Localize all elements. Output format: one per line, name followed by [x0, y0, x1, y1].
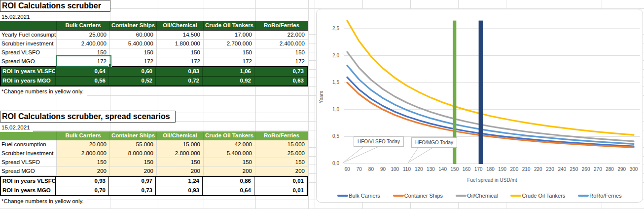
row-label[interactable]: Yearly Fuel consumption: [0, 31, 57, 40]
value-cell[interactable]: 2.400.000: [57, 40, 110, 48]
legend-item[interactable]: Bulk Carriers: [337, 193, 380, 199]
roi-value-cell[interactable]: 0,64: [56, 67, 109, 76]
value-cell[interactable]: 8.000.000: [110, 149, 157, 158]
value-cell[interactable]: 150: [204, 48, 255, 57]
roi-value-cell[interactable]: 0,72: [156, 77, 203, 85]
x-axis-title: Fuel spread in USD/mt: [344, 177, 640, 183]
value-cell[interactable]: 200: [204, 167, 255, 176]
column-header[interactable]: Oil/Chemical: [157, 21, 204, 30]
column-header[interactable]: Crude Oil Tankers: [204, 21, 255, 30]
row-label[interactable]: Scrubber investment: [0, 40, 57, 48]
legend-item[interactable]: Container Ships: [393, 193, 443, 199]
roi-value-cell[interactable]: 0,97: [109, 177, 156, 186]
value-cell[interactable]: 200: [110, 167, 157, 176]
column-header[interactable]: Crude Oil Tankers: [204, 131, 255, 140]
roi-value-cell[interactable]: 0,52: [109, 77, 156, 85]
value-cell[interactable]: 172: [157, 57, 204, 66]
column-header[interactable]: RoRo/Ferries: [255, 21, 308, 30]
value-cell[interactable]: 150: [57, 158, 110, 167]
roi-value-cell[interactable]: 0,56: [56, 77, 109, 85]
row-label[interactable]: Spread MGO: [0, 57, 57, 66]
value-cell[interactable]: 20.000: [57, 140, 110, 149]
value-cell[interactable]: 2.400.000: [255, 40, 308, 48]
legend-item[interactable]: Oil/Chemical: [456, 193, 498, 199]
column-header[interactable]: RoRo/Ferries: [255, 131, 308, 140]
value-cell[interactable]: 200: [57, 167, 110, 176]
roi-value-cell[interactable]: 0,63: [254, 77, 307, 85]
roi-value-cell[interactable]: 0,93: [156, 186, 203, 195]
row-label[interactable]: Spread VLSFO: [0, 158, 57, 167]
value-cell[interactable]: 5.400.000: [110, 40, 157, 48]
y-tick-label: 1,0: [323, 107, 339, 113]
value-cell[interactable]: 200: [255, 167, 308, 176]
row-label[interactable]: Spread MGO: [0, 167, 57, 176]
value-cell[interactable]: 150: [157, 158, 204, 167]
legend-item[interactable]: RoRo/Ferries: [578, 193, 621, 199]
value-cell[interactable]: 55.000: [110, 140, 157, 149]
value-cell[interactable]: 25.000: [255, 149, 308, 158]
roi-value-cell[interactable]: 0,86: [203, 177, 254, 186]
roi-spread-scenarios-table: ROI Calculations scrubber, spread scenar…: [0, 111, 308, 205]
roi-value-cell[interactable]: 0,92: [203, 77, 254, 85]
roi-value-cell[interactable]: 0,01: [254, 186, 307, 195]
table-date-row: 15.02.2021: [0, 123, 308, 131]
row-label[interactable]: Scrubber investment: [0, 149, 57, 158]
roi-row-label[interactable]: ROI in years VLSFO: [1, 177, 56, 186]
column-header[interactable]: Container Ships: [110, 131, 157, 140]
value-cell[interactable]: 150: [255, 48, 308, 57]
selected-cell-outline[interactable]: [56, 55, 111, 67]
value-cell[interactable]: 1.800.000: [157, 40, 204, 48]
column-header[interactable]: Oil/Chemical: [157, 131, 204, 140]
value-cell[interactable]: 150: [110, 158, 157, 167]
roi-row-label[interactable]: ROI in years MGO: [1, 186, 56, 195]
roi-value-cell[interactable]: 1,06: [203, 67, 254, 76]
value-cell[interactable]: 2.700.000: [204, 40, 255, 48]
roi-value-cell[interactable]: 0,01: [254, 177, 307, 186]
value-cell[interactable]: 5.400.000: [204, 149, 255, 158]
roi-row-label[interactable]: ROI in years MGO: [1, 77, 56, 85]
value-cell[interactable]: 2.800.000: [57, 149, 110, 158]
roi-value-cell[interactable]: 0,93: [56, 177, 109, 186]
roi-value-cell[interactable]: 0,73: [109, 186, 156, 195]
value-cell[interactable]: 150: [255, 158, 308, 167]
row-label[interactable]: Fuel consumption: [0, 140, 57, 149]
column-header[interactable]: Bulk Carriers: [57, 131, 110, 140]
roi-value-cell[interactable]: 0,73: [254, 67, 307, 76]
selection-fill-handle[interactable]: [108, 64, 112, 67]
value-cell[interactable]: 14.500: [157, 31, 204, 40]
roi-value-cell[interactable]: 1,24: [156, 177, 203, 186]
roi-value-cell[interactable]: 0,83: [156, 67, 203, 76]
value-cell[interactable]: 42.000: [204, 140, 255, 149]
value-cell[interactable]: 60.000: [110, 31, 157, 40]
value-cell[interactable]: 15.000: [157, 140, 204, 149]
column-header[interactable]: Container Ships: [110, 21, 157, 30]
value-cell[interactable]: 15.000: [255, 140, 308, 149]
row-label[interactable]: Spread VLSFO: [0, 48, 57, 57]
value-cell[interactable]: 200: [157, 167, 204, 176]
roi-value-cell[interactable]: 0,60: [109, 67, 156, 76]
legend-label: Container Ships: [404, 193, 443, 199]
legend-item[interactable]: Crude Oil Tankers: [510, 193, 565, 199]
roi-value-cell[interactable]: 0,64: [203, 186, 254, 195]
table-date[interactable]: 15.02.2021: [0, 124, 33, 132]
value-cell[interactable]: 17.000: [204, 31, 255, 40]
roi-chart[interactable]: 0,00,51,01,52,02,56070809010011012013014…: [316, 9, 643, 203]
roi-value-cell[interactable]: 0,70: [56, 186, 109, 195]
table-header-corner-cell[interactable]: [0, 131, 57, 140]
value-cell[interactable]: 150: [204, 158, 255, 167]
table-date[interactable]: 15.02.2021: [0, 13, 33, 21]
x-tick-label: 140: [436, 167, 449, 172]
value-cell[interactable]: 172: [255, 57, 308, 66]
value-cell[interactable]: 150: [110, 48, 157, 57]
column-header[interactable]: Bulk Carriers: [57, 21, 110, 30]
value-cell[interactable]: 2.800.000: [157, 149, 204, 158]
value-cell[interactable]: 25.000: [57, 31, 110, 40]
y-axis-title: Years: [319, 91, 324, 103]
roi-row-label[interactable]: ROI in years VLSFO: [1, 67, 56, 76]
x-tick-label: 200: [508, 167, 521, 172]
value-cell[interactable]: 172: [204, 57, 255, 66]
value-cell[interactable]: 172: [110, 57, 157, 66]
value-cell[interactable]: 22.000: [255, 31, 308, 40]
table-header-corner-cell[interactable]: [0, 21, 57, 30]
value-cell[interactable]: 150: [157, 48, 204, 57]
